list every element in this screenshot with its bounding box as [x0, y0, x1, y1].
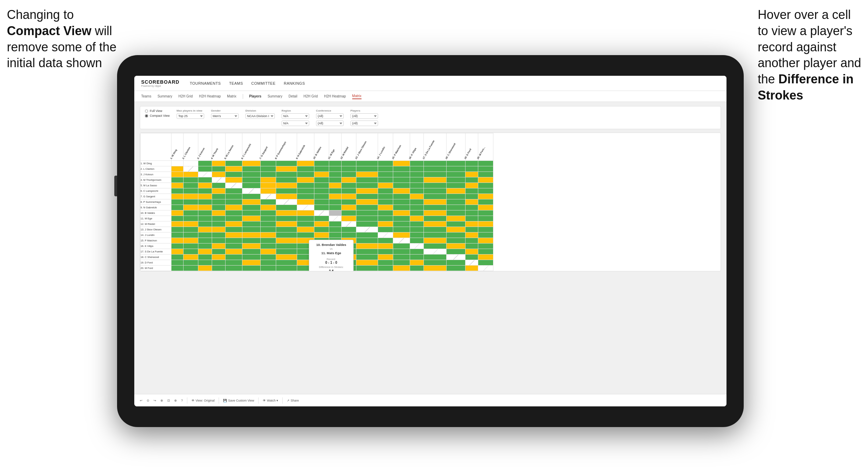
matrix-cell[interactable]	[378, 177, 393, 183]
matrix-cell[interactable]	[378, 205, 393, 210]
nav-tournaments[interactable]: TOURNAMENTS	[190, 81, 221, 86]
matrix-cell[interactable]	[446, 227, 466, 232]
matrix-cell[interactable]	[356, 172, 378, 177]
matrix-cell[interactable]	[356, 221, 378, 227]
matrix-cell[interactable]	[183, 260, 198, 266]
matrix-cell[interactable]	[341, 194, 356, 199]
matrix-cell[interactable]	[341, 210, 356, 216]
matrix-cell[interactable]	[276, 194, 297, 199]
matrix-cell[interactable]	[478, 188, 493, 194]
matrix-cell[interactable]	[466, 172, 478, 177]
matrix-cell[interactable]	[276, 243, 297, 249]
matrix-cell[interactable]	[478, 166, 493, 172]
matrix-cell[interactable]	[466, 249, 478, 255]
matrix-cell[interactable]	[410, 188, 424, 194]
matrix-cell[interactable]	[314, 161, 329, 166]
history-btn[interactable]: ⊙	[147, 399, 149, 402]
matrix-cell[interactable]	[466, 216, 478, 221]
matrix-cell[interactable]	[225, 266, 242, 271]
matrix-cell[interactable]	[225, 255, 242, 260]
matrix-cell[interactable]	[183, 194, 198, 199]
matrix-cell[interactable]	[276, 249, 297, 255]
matrix-cell[interactable]	[261, 161, 276, 166]
matrix-cell[interactable]	[261, 188, 276, 194]
matrix-cell[interactable]	[393, 249, 410, 255]
matrix-cell[interactable]	[446, 177, 466, 183]
matrix-cell[interactable]	[329, 183, 341, 188]
matrix-cell[interactable]	[393, 260, 410, 266]
matrix-cell[interactable]	[171, 255, 184, 260]
matrix-cell[interactable]	[341, 177, 356, 183]
matrix-cell[interactable]	[171, 238, 184, 243]
matrix-cell[interactable]	[378, 188, 393, 194]
matrix-cell[interactable]	[393, 161, 410, 166]
matrix-cell[interactable]	[356, 266, 378, 271]
players-select1[interactable]: (All)	[351, 113, 378, 119]
matrix-cell[interactable]	[446, 232, 466, 238]
tab-h2h-grid1[interactable]: H2H Grid	[178, 94, 193, 99]
matrix-cell[interactable]	[466, 243, 478, 249]
matrix-cell[interactable]	[393, 216, 410, 221]
matrix-cell[interactable]	[378, 249, 393, 255]
matrix-cell[interactable]	[297, 232, 314, 238]
matrix-cell[interactable]	[212, 194, 225, 199]
matrix-cell[interactable]	[212, 188, 225, 194]
matrix-cell[interactable]	[393, 183, 410, 188]
matrix-cell[interactable]	[212, 172, 225, 177]
watch-btn[interactable]: 👁 Watch ▾	[263, 399, 278, 402]
matrix-cell[interactable]	[378, 260, 393, 266]
compact-view-option[interactable]: Compact View	[145, 114, 170, 117]
matrix-cell[interactable]	[478, 194, 493, 199]
matrix-cell[interactable]	[297, 183, 314, 188]
matrix-cell[interactable]	[183, 161, 198, 166]
matrix-cell[interactable]	[225, 166, 242, 172]
matrix-cell[interactable]	[171, 177, 184, 183]
matrix-cell[interactable]	[261, 177, 276, 183]
matrix-cell[interactable]	[466, 266, 478, 271]
matrix-cell[interactable]	[424, 205, 446, 210]
full-view-option[interactable]: Full View	[145, 109, 170, 113]
matrix-cell[interactable]	[225, 205, 242, 210]
matrix-cell[interactable]	[212, 199, 225, 205]
matrix-cell[interactable]	[171, 161, 184, 166]
matrix-cell[interactable]	[478, 216, 493, 221]
matrix-cell[interactable]	[261, 232, 276, 238]
matrix-cell[interactable]	[424, 183, 446, 188]
matrix-cell[interactable]	[410, 227, 424, 232]
matrix-cell[interactable]	[297, 172, 314, 177]
matrix-cell[interactable]	[341, 166, 356, 172]
matrix-cell[interactable]	[297, 216, 314, 221]
matrix-cell[interactable]	[329, 194, 341, 199]
matrix-cell[interactable]	[261, 260, 276, 266]
matrix-cell[interactable]	[261, 166, 276, 172]
matrix-cell[interactable]	[410, 221, 424, 227]
matrix-cell[interactable]	[225, 232, 242, 238]
matrix-cell[interactable]	[378, 238, 393, 243]
matrix-cell[interactable]	[424, 210, 446, 216]
matrix-cell[interactable]	[466, 161, 478, 166]
matrix-cell[interactable]	[446, 249, 466, 255]
matrix-cell[interactable]	[276, 227, 297, 232]
matrix-cell[interactable]	[242, 249, 261, 255]
fit-btn[interactable]: ⊡	[167, 399, 170, 402]
matrix-cell[interactable]	[276, 177, 297, 183]
matrix-cell[interactable]	[198, 205, 212, 210]
matrix-cell[interactable]	[341, 216, 356, 221]
matrix-cell[interactable]	[183, 210, 198, 216]
matrix-cell[interactable]	[341, 199, 356, 205]
matrix-cell[interactable]	[356, 232, 378, 238]
matrix-cell[interactable]	[297, 166, 314, 172]
matrix-cell[interactable]	[446, 188, 466, 194]
matrix-cell[interactable]	[242, 210, 261, 216]
matrix-cell[interactable]	[341, 183, 356, 188]
matrix-cell[interactable]	[393, 232, 410, 238]
matrix-cell[interactable]	[276, 199, 297, 205]
matrix-cell[interactable]	[261, 210, 276, 216]
tab-matrix2[interactable]: Matrix	[352, 93, 362, 99]
tab-teams[interactable]: Teams	[141, 94, 151, 99]
matrix-cell[interactable]	[393, 210, 410, 216]
matrix-cell[interactable]	[410, 183, 424, 188]
matrix-cell[interactable]	[198, 221, 212, 227]
matrix-cell[interactable]	[314, 216, 329, 221]
matrix-cell[interactable]	[314, 188, 329, 194]
